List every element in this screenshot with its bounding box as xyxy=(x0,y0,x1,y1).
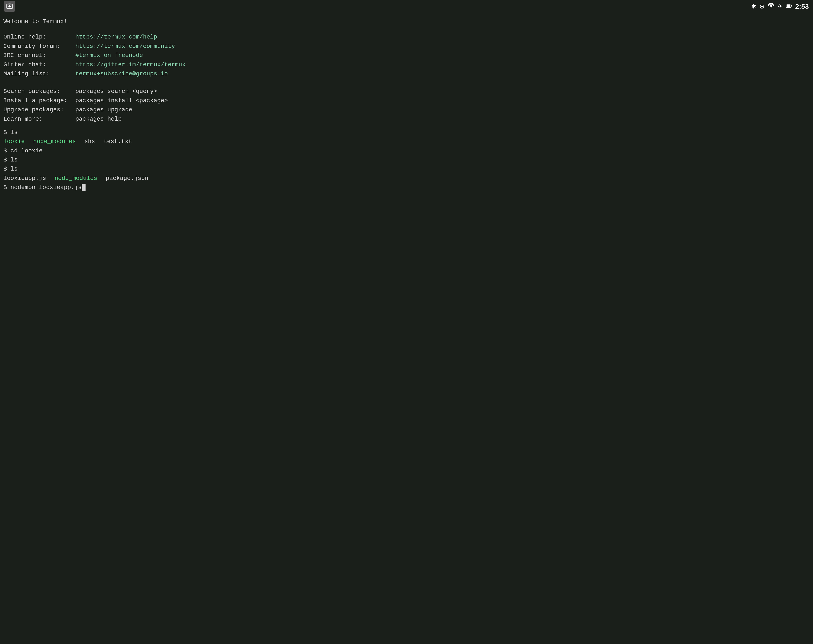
cmd-cd-looxie: $ cd looxie xyxy=(3,146,810,155)
pkg-cmd-install: packages install <package> xyxy=(75,96,168,105)
info-row-gitter: Gitter chat: https://gitter.im/termux/te… xyxy=(3,60,810,69)
pkg-cmd-learn: packages help xyxy=(75,115,121,124)
clock: 2:53 xyxy=(795,3,809,11)
cmd-ls-1: $ ls xyxy=(3,128,810,137)
status-bar: ✱ ⊖ ✈ 2:53 xyxy=(0,0,813,13)
pkg-cmd-search: packages search <query> xyxy=(75,87,157,96)
bluetooth-icon: ✱ xyxy=(751,3,756,10)
airplane-icon: ✈ xyxy=(778,3,782,10)
info-value-mailing: termux+subscribe@groups.io xyxy=(75,69,168,78)
info-label-help: Online help: xyxy=(3,32,75,41)
svg-rect-6 xyxy=(791,5,792,6)
svg-point-1 xyxy=(8,5,11,8)
welcome-line: Welcome to Termux! xyxy=(3,17,810,26)
pkg-label-learn: Learn more: xyxy=(3,115,75,124)
pkg-row-learn: Learn more: packages help xyxy=(3,115,810,124)
ls-output-1: looxie node_modules shs test.txt xyxy=(3,137,810,146)
pkg-row-search: Search packages: packages search <query> xyxy=(3,87,810,96)
ls2-looxieapp: looxieapp.js xyxy=(3,174,46,183)
pkg-cmd-upgrade: packages upgrade xyxy=(75,105,132,114)
status-left xyxy=(4,1,15,12)
battery-icon xyxy=(786,3,792,10)
photo-icon xyxy=(4,1,15,12)
ls2-package-json: package.json xyxy=(106,174,149,183)
pkg-label-upgrade: Upgrade packages: xyxy=(3,105,75,114)
info-row-mailing: Mailing list: termux+subscribe@groups.io xyxy=(3,69,810,78)
svg-point-3 xyxy=(771,8,772,8)
pkg-row-install: Install a package: packages install <pac… xyxy=(3,96,810,105)
cmd-ls-2: $ ls xyxy=(3,155,810,164)
info-value-gitter: https://gitter.im/termux/termux xyxy=(75,60,186,69)
ls1-shs: shs xyxy=(84,137,95,146)
info-label-community: Community forum: xyxy=(3,42,75,51)
info-row-help: Online help: https://termux.com/help xyxy=(3,32,810,41)
cmd-nodemon: $ nodemon looxieapp.js xyxy=(3,183,810,192)
info-value-irc: #termux on freenode xyxy=(75,51,143,60)
terminal-cursor xyxy=(82,184,86,191)
info-label-irc: IRC channel: xyxy=(3,51,75,60)
packages-section: Search packages: packages search <query>… xyxy=(3,87,810,124)
info-label-gitter: Gitter chat: xyxy=(3,60,75,69)
ls-output-2: looxieapp.js node_modules package.json xyxy=(3,174,810,183)
info-value-community: https://termux.com/community xyxy=(75,42,175,51)
nodemon-prompt: $ nodemon looxieapp.js xyxy=(3,183,82,192)
pkg-label-install: Install a package: xyxy=(3,96,75,105)
ls1-testtxt: test.txt xyxy=(104,137,132,146)
info-row-irc: IRC channel: #termux on freenode xyxy=(3,51,810,60)
pkg-row-upgrade: Upgrade packages: packages upgrade xyxy=(3,105,810,114)
ls1-node-modules: node_modules xyxy=(33,137,76,146)
status-right: ✱ ⊖ ✈ 2:53 xyxy=(751,3,809,11)
ls1-looxie: looxie xyxy=(3,137,25,146)
pkg-label-search: Search packages: xyxy=(3,87,75,96)
svg-rect-5 xyxy=(787,5,790,7)
wifi-icon xyxy=(768,3,775,10)
svg-rect-2 xyxy=(8,4,11,5)
info-section: Online help: https://termux.com/help Com… xyxy=(3,32,810,78)
cmd-ls-3: $ ls xyxy=(3,164,810,174)
ls2-node-modules: node_modules xyxy=(55,174,97,183)
do-not-disturb-icon: ⊖ xyxy=(759,3,764,10)
terminal-content: Welcome to Termux! Online help: https://… xyxy=(0,13,813,196)
info-row-community: Community forum: https://termux.com/comm… xyxy=(3,42,810,51)
info-label-mailing: Mailing list: xyxy=(3,69,75,78)
info-value-help: https://termux.com/help xyxy=(75,32,157,41)
